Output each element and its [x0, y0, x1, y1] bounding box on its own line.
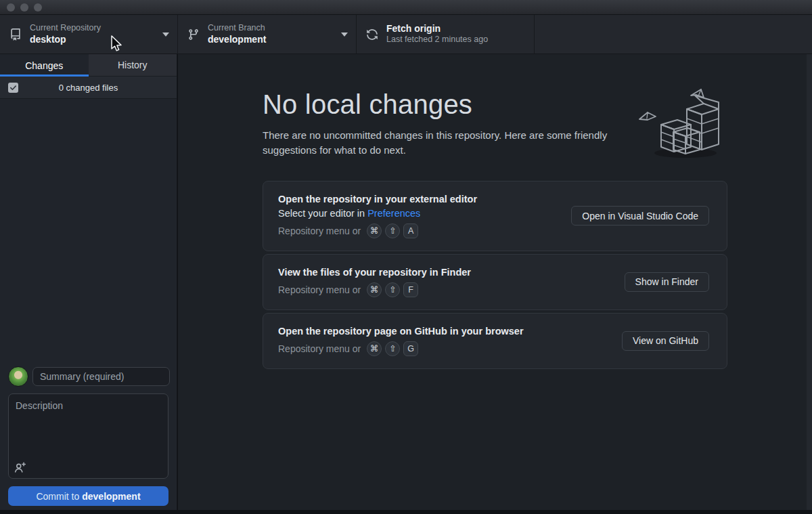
- app-window: Current Repository desktop Current Branc…: [0, 0, 812, 514]
- shortcut-hint: Repository menu or ⌘ ⇧ F: [278, 282, 471, 297]
- scrollbar-track[interactable]: [807, 54, 812, 510]
- changed-files-row: 0 changed files: [0, 77, 177, 99]
- current-repository-value: desktop: [30, 34, 101, 46]
- sidebar-tabbar: Changes History: [0, 54, 177, 77]
- menu-hint-text: Repository menu or: [278, 284, 361, 295]
- cmd-key-icon: ⌘: [367, 223, 382, 238]
- chevron-down-icon: [162, 33, 169, 37]
- traffic-light-zoom[interactable]: [34, 3, 42, 12]
- menu-hint-text: Repository menu or: [278, 343, 361, 354]
- add-coauthor-icon[interactable]: [14, 461, 26, 473]
- current-branch-value: development: [208, 34, 266, 46]
- commit-summary-input[interactable]: [32, 367, 170, 386]
- card-title: View the files of your repository in Fin…: [278, 267, 471, 278]
- traffic-light-minimize[interactable]: [20, 3, 28, 12]
- current-branch-dropdown[interactable]: Current Branch development: [178, 15, 357, 53]
- main-content: No local changes There are no uncommitte…: [178, 54, 812, 510]
- view-on-github-button[interactable]: View on GitHub: [622, 331, 709, 351]
- card-title: Open the repository page on GitHub in yo…: [278, 326, 524, 337]
- current-repository-dropdown[interactable]: Current Repository desktop: [0, 15, 178, 53]
- menu-hint-text: Repository menu or: [278, 226, 361, 236]
- papers-illustration: [634, 87, 736, 163]
- commit-button-branch: development: [82, 491, 140, 502]
- commit-area: Commit todevelopment: [0, 358, 177, 510]
- avatar: [8, 366, 28, 387]
- tab-history[interactable]: History: [89, 54, 177, 77]
- window-bottom-edge: [0, 510, 812, 514]
- chevron-down-icon: [341, 33, 348, 37]
- preferences-link[interactable]: Preferences: [367, 208, 420, 219]
- commit-description-textarea[interactable]: [8, 393, 168, 479]
- shift-key-icon: ⇧: [385, 223, 400, 238]
- card-title: Open the repository in your external edi…: [278, 194, 477, 205]
- window-titlebar: [0, 0, 812, 15]
- tab-changes[interactable]: Changes: [0, 54, 89, 77]
- card-subtitle: Select your editor in Preferences: [278, 208, 477, 219]
- suggestion-cards: Open the repository in your external edi…: [263, 181, 727, 369]
- fetch-origin-button[interactable]: Fetch origin Last fetched 2 minutes ago: [357, 15, 535, 53]
- commit-button[interactable]: Commit todevelopment: [8, 486, 168, 506]
- letter-key: G: [403, 341, 418, 356]
- select-editor-text: Select your editor in: [278, 208, 367, 219]
- fetch-origin-subtitle: Last fetched 2 minutes ago: [386, 35, 488, 45]
- page-subtitle: There are no uncommitted changes in this…: [263, 128, 658, 158]
- card-open-external-editor: Open the repository in your external edi…: [263, 181, 727, 251]
- git-branch-icon: [187, 28, 200, 41]
- cmd-key-icon: ⌘: [367, 282, 382, 297]
- cmd-key-icon: ⌘: [367, 341, 382, 356]
- sync-icon: [366, 28, 378, 41]
- shift-key-icon: ⇧: [385, 282, 400, 297]
- toolbar: Current Repository desktop Current Branc…: [0, 15, 812, 54]
- toolbar-spacer: [535, 15, 812, 53]
- changes-list-empty: [0, 99, 177, 358]
- shortcut-hint: Repository menu or ⌘ ⇧ G: [278, 341, 524, 356]
- shortcut-hint: Repository menu or ⌘ ⇧ A: [278, 223, 477, 238]
- card-show-in-finder: View the files of your repository in Fin…: [263, 254, 727, 310]
- current-branch-label: Current Branch: [208, 23, 266, 34]
- letter-key: F: [403, 282, 418, 297]
- changed-files-count: 0 changed files: [0, 83, 177, 93]
- letter-key: A: [403, 223, 418, 238]
- commit-button-prefix: Commit to: [36, 491, 79, 502]
- open-in-vscode-button[interactable]: Open in Visual Studio Code: [571, 206, 709, 226]
- shift-key-icon: ⇧: [385, 341, 400, 356]
- show-in-finder-button[interactable]: Show in Finder: [625, 272, 709, 292]
- sidebar: Changes History 0 changed files: [0, 54, 177, 510]
- card-view-on-github: Open the repository page on GitHub in yo…: [263, 313, 727, 369]
- current-repository-label: Current Repository: [30, 23, 101, 34]
- traffic-light-close[interactable]: [7, 3, 15, 12]
- repo-icon: [9, 28, 22, 41]
- select-all-checkbox[interactable]: [8, 83, 18, 93]
- fetch-origin-title: Fetch origin: [386, 23, 488, 35]
